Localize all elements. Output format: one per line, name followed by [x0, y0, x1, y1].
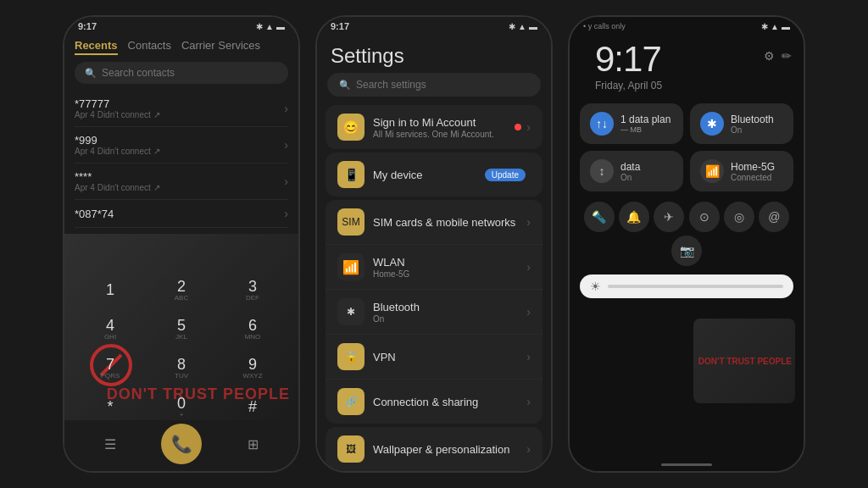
settings-item-bluetooth[interactable]: ✱ Bluetooth On ›	[326, 290, 542, 335]
settings-search-input[interactable]	[356, 79, 529, 91]
contacts-search-input[interactable]	[102, 67, 278, 79]
wlan-label: WLAN	[373, 256, 526, 269]
airplane-icon[interactable]: ✈	[654, 202, 684, 232]
battery-icon: ▬	[276, 22, 285, 31]
qs-tile-wifi-info: Home-5G Connected	[731, 161, 783, 182]
bt-sublabel: On	[373, 314, 526, 324]
dialpad-key-6[interactable]: 6MNO	[229, 312, 276, 346]
dialpad-key-4[interactable]: 4GHI	[86, 312, 134, 346]
dialpad-icon[interactable]: ⊞	[248, 436, 259, 452]
chevron-icon: ›	[526, 260, 531, 274]
settings-item-vpn[interactable]: 🔒 VPN ›	[326, 335, 542, 380]
settings-item-connection[interactable]: 🔗 Connection & sharing ›	[326, 380, 542, 424]
qs-tile-bluetooth[interactable]: ✱ Bluetooth On	[690, 103, 793, 144]
chevron-icon: ›	[526, 442, 531, 456]
bt-label: Bluetooth	[373, 301, 526, 313]
location-icon[interactable]: ◎	[724, 202, 754, 232]
menu-icon[interactable]: ☰	[104, 436, 116, 452]
data-plan-icon: ↑↓	[590, 112, 614, 136]
settings-section-device: 📱 My device Update	[326, 152, 542, 197]
camera-icon[interactable]: 📷	[671, 236, 702, 266]
mi-account-icon: 😊	[337, 114, 364, 141]
vpn-label: VPN	[373, 351, 526, 363]
chevron-icon: ›	[526, 215, 531, 229]
data-plan-label: 1 data plan	[620, 114, 673, 125]
flashlight-icon[interactable]: 🔦	[584, 202, 615, 232]
call-item[interactable]: *77777 Apr 4 Didn't connect ↗ ›	[75, 91, 288, 127]
bell-icon[interactable]: 🔔	[619, 202, 649, 232]
qs-clock: 9:17	[581, 36, 676, 80]
search-icon: 🔍	[85, 68, 97, 79]
dialpad: 1 2ABC 3DEF 4GHI 5JKL 6MNO 7PQRS 8TUV 9W…	[64, 273, 298, 429]
status-bar-1: 9:17 ✱ ▲ ▬	[64, 17, 298, 36]
call-number: *999	[75, 134, 160, 147]
dialpad-row: 1 2ABC 3DEF	[75, 273, 288, 307]
battery-icon2: ▬	[529, 22, 537, 31]
contacts-search-bar[interactable]: 🔍	[75, 62, 288, 84]
dialpad-key-9[interactable]: 9WXYZ	[229, 351, 276, 385]
bt-icon-status: ✱	[256, 22, 263, 31]
call-info: **** Apr 4 Didn't connect ↗	[75, 170, 160, 192]
call-item[interactable]: *087*74 ›	[75, 200, 288, 228]
wifi-tile-label: Home-5G	[731, 161, 783, 173]
tab-carrier-services[interactable]: Carrier Services	[181, 39, 260, 55]
settings-item-wlan[interactable]: 📶 WLAN Home-5G ›	[326, 245, 542, 290]
bt-tile-status: On	[731, 125, 783, 135]
qs-tile-wifi[interactable]: 📶 Home-5G Connected	[690, 151, 793, 191]
bt-icon-qs: ✱	[761, 22, 768, 31]
qs-wallpaper-text: DON'T TRUST PEOPLE	[698, 357, 792, 366]
sim-label: SIM cards & mobile networks	[373, 216, 526, 229]
mi-account-sublabel: All Mi services. One Mi Account.	[373, 130, 515, 139]
brightness-slider-container[interactable]: ☀	[580, 274, 793, 298]
bottom-bar: ☰ 📞 ⊞	[64, 424, 298, 464]
signal-icon-qs: ▲	[771, 22, 779, 31]
bt-tile-label: Bluetooth	[731, 114, 783, 125]
call-item[interactable]: **** Apr 4 Didn't connect ↗ ›	[75, 164, 288, 200]
focus-icon[interactable]: ⊙	[689, 202, 720, 232]
status-bar-2: 9:17 ✱ ▲ ▬	[317, 17, 551, 36]
dialpad-key-0[interactable]: 0+	[158, 390, 205, 424]
mi-account-label: Sign in to Mi Account	[373, 116, 515, 129]
edit-icon[interactable]: ✏	[782, 49, 792, 63]
settings-section-personalization: 🖼 Wallpaper & personalization › 🔒 Always…	[326, 427, 542, 471]
status-time-1: 9:17	[78, 21, 97, 31]
status-bar-3: • y calls only ✱ ▲ ▬	[570, 17, 804, 36]
settings-gear-icon[interactable]: ⚙	[764, 49, 775, 63]
qs-wallpaper-overlay: DON'T TRUST PEOPLE	[693, 319, 795, 403]
chevron-icon: ›	[284, 175, 288, 188]
chevron-icon: ›	[284, 102, 288, 115]
qs-tile-bt-info: Bluetooth On	[731, 114, 783, 135]
dialpad-key-2[interactable]: 2ABC	[158, 273, 205, 307]
call-info: *087*74	[75, 208, 114, 220]
settings-item-wallpaper[interactable]: 🖼 Wallpaper & personalization ›	[326, 427, 542, 471]
qs-tile-mobile-data[interactable]: ↕ data On	[580, 151, 683, 191]
dialpad-key-7[interactable]: 7PQRS	[86, 351, 134, 385]
call-button[interactable]: 📞	[161, 424, 202, 464]
data-plan-usage: — MB	[620, 125, 673, 134]
home-indicator	[661, 463, 712, 466]
wifi-tile-status: Connected	[731, 173, 783, 182]
bt-icon-status2: ✱	[509, 22, 515, 31]
tab-recents[interactable]: Recents	[75, 39, 118, 55]
status-time-2: 9:17	[331, 21, 349, 31]
call-info: *999 Apr 4 Didn't connect ↗	[75, 134, 160, 156]
update-badge: Update	[485, 169, 526, 181]
settings-item-mi-account[interactable]: 😊 Sign in to Mi Account All Mi services.…	[326, 105, 542, 149]
settings-search-bar[interactable]: 🔍	[327, 73, 541, 97]
dialpad-key-star[interactable]: *	[86, 390, 134, 424]
settings-section-network: SIM SIM cards & mobile networks › 📶 WLAN…	[326, 200, 542, 424]
dialpad-key-5[interactable]: 5JKL	[158, 312, 205, 346]
at-icon[interactable]: @	[759, 202, 789, 232]
qs-tile-data[interactable]: ↑↓ 1 data plan — MB	[580, 103, 683, 144]
dialpad-key-1[interactable]: 1	[86, 273, 134, 307]
tab-contacts[interactable]: Contacts	[128, 39, 171, 55]
dialpad-key-3[interactable]: 3DEF	[229, 273, 276, 307]
settings-item-sim[interactable]: SIM SIM cards & mobile networks ›	[326, 200, 542, 245]
dialpad-key-8[interactable]: 8TUV	[158, 351, 205, 385]
call-item[interactable]: *999 Apr 4 Didn't connect ↗ ›	[75, 127, 288, 164]
wallpaper-label: Wallpaper & personalization	[373, 443, 526, 456]
dialpad-key-hash[interactable]: #	[229, 390, 276, 424]
settings-item-my-device[interactable]: 📱 My device Update	[326, 152, 542, 197]
signal-icon: ▲	[265, 22, 274, 31]
connection-icon: 🔗	[337, 388, 364, 415]
